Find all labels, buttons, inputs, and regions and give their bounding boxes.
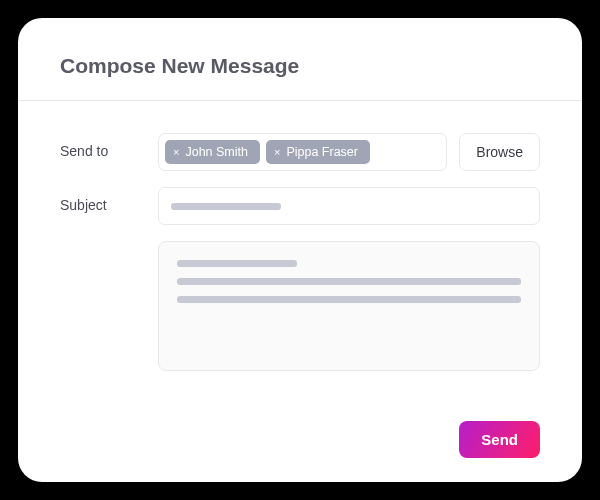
body-field-wrap — [158, 241, 540, 371]
browse-button[interactable]: Browse — [459, 133, 540, 171]
page-title: Compose New Message — [60, 54, 540, 78]
card-footer: Send — [18, 421, 582, 482]
card-header: Compose New Message — [18, 18, 582, 101]
subject-field-wrap — [158, 187, 540, 225]
row-body — [60, 241, 540, 371]
row-send-to: Send to × John Smith × Pippa Fraser Brow… — [60, 133, 540, 171]
recipient-chip: × John Smith — [165, 140, 260, 164]
send-to-label: Send to — [60, 133, 158, 159]
compose-form: Send to × John Smith × Pippa Fraser Brow… — [18, 101, 582, 421]
row-subject: Subject — [60, 187, 540, 225]
recipient-name: Pippa Fraser — [286, 145, 358, 159]
send-button[interactable]: Send — [459, 421, 540, 458]
send-to-field-wrap: × John Smith × Pippa Fraser Browse — [158, 133, 540, 171]
placeholder-line — [177, 278, 521, 285]
compose-card: Compose New Message Send to × John Smith… — [18, 18, 582, 482]
close-icon[interactable]: × — [274, 147, 280, 158]
recipient-chip: × Pippa Fraser — [266, 140, 370, 164]
recipients-input[interactable]: × John Smith × Pippa Fraser — [158, 133, 447, 171]
placeholder-line — [177, 260, 297, 267]
placeholder-line — [177, 296, 521, 303]
close-icon[interactable]: × — [173, 147, 179, 158]
subject-input[interactable] — [158, 187, 540, 225]
subject-label: Subject — [60, 187, 158, 213]
placeholder-line — [171, 203, 281, 210]
message-body-input[interactable] — [158, 241, 540, 371]
recipient-name: John Smith — [185, 145, 248, 159]
body-label — [60, 241, 158, 251]
